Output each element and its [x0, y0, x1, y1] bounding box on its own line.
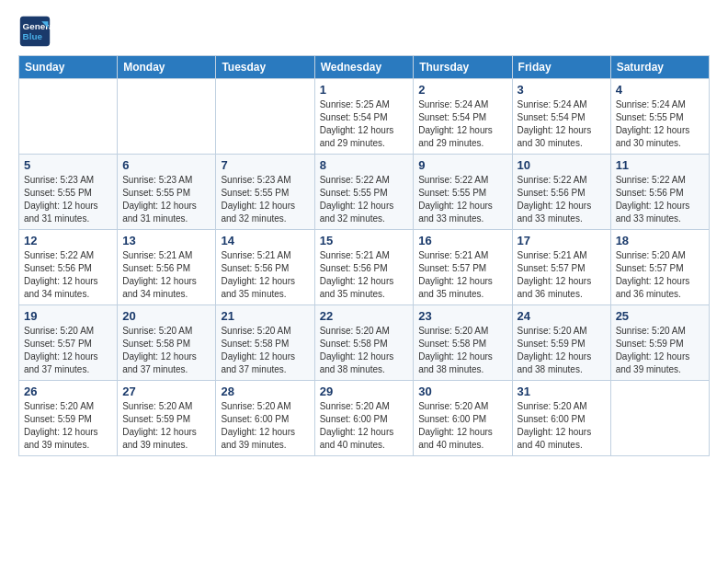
day-info: Sunrise: 5:20 AM Sunset: 5:58 PM Dayligh… — [418, 325, 506, 376]
day-number: 1 — [320, 83, 409, 97]
day-number: 11 — [616, 158, 704, 172]
day-info: Sunrise: 5:21 AM Sunset: 5:57 PM Dayligh… — [418, 249, 506, 301]
calendar: SundayMondayTuesdayWednesdayThursdayFrid… — [18, 55, 710, 456]
day-number: 6 — [122, 158, 210, 172]
day-info: Sunrise: 5:24 AM Sunset: 5:54 PM Dayligh… — [518, 98, 606, 150]
day-info: Sunrise: 5:21 AM Sunset: 5:56 PM Dayligh… — [221, 249, 309, 301]
day-info: Sunrise: 5:24 AM Sunset: 5:55 PM Dayligh… — [616, 98, 704, 150]
day-info: Sunrise: 5:20 AM Sunset: 5:58 PM Dayligh… — [320, 325, 409, 376]
day-info: Sunrise: 5:20 AM Sunset: 5:57 PM Dayligh… — [24, 325, 112, 376]
calendar-cell — [216, 79, 314, 155]
day-number: 26 — [24, 385, 112, 398]
day-number: 25 — [616, 309, 704, 323]
day-info: Sunrise: 5:23 AM Sunset: 5:55 PM Dayligh… — [221, 174, 309, 225]
calendar-cell: 10Sunrise: 5:22 AM Sunset: 5:56 PM Dayli… — [512, 155, 610, 230]
day-info: Sunrise: 5:23 AM Sunset: 5:55 PM Dayligh… — [24, 174, 112, 225]
calendar-cell: 26Sunrise: 5:20 AM Sunset: 5:59 PM Dayli… — [19, 381, 118, 456]
calendar-cell: 21Sunrise: 5:20 AM Sunset: 5:58 PM Dayli… — [216, 305, 314, 381]
week-row-1: 1Sunrise: 5:25 AM Sunset: 5:54 PM Daylig… — [19, 79, 710, 155]
calendar-cell: 14Sunrise: 5:21 AM Sunset: 5:56 PM Dayli… — [216, 230, 314, 305]
day-info: Sunrise: 5:22 AM Sunset: 5:55 PM Dayligh… — [418, 174, 506, 225]
calendar-cell: 30Sunrise: 5:20 AM Sunset: 6:00 PM Dayli… — [414, 381, 512, 456]
calendar-cell: 24Sunrise: 5:20 AM Sunset: 5:59 PM Dayli… — [512, 305, 610, 381]
calendar-cell: 17Sunrise: 5:21 AM Sunset: 5:57 PM Dayli… — [512, 230, 610, 305]
day-number: 31 — [518, 385, 606, 398]
day-info: Sunrise: 5:20 AM Sunset: 5:58 PM Dayligh… — [122, 325, 210, 376]
calendar-cell: 23Sunrise: 5:20 AM Sunset: 5:58 PM Dayli… — [414, 305, 512, 381]
day-info: Sunrise: 5:22 AM Sunset: 5:56 PM Dayligh… — [518, 174, 606, 225]
day-info: Sunrise: 5:21 AM Sunset: 5:56 PM Dayligh… — [320, 249, 409, 301]
weekday-saturday: Saturday — [610, 56, 709, 79]
day-number: 14 — [221, 234, 309, 247]
day-number: 15 — [320, 234, 409, 247]
week-row-2: 5Sunrise: 5:23 AM Sunset: 5:55 PM Daylig… — [19, 155, 710, 230]
calendar-cell: 16Sunrise: 5:21 AM Sunset: 5:57 PM Dayli… — [414, 230, 512, 305]
day-info: Sunrise: 5:22 AM Sunset: 5:56 PM Dayligh… — [24, 249, 112, 301]
calendar-cell: 31Sunrise: 5:20 AM Sunset: 6:00 PM Dayli… — [512, 381, 610, 456]
calendar-cell: 25Sunrise: 5:20 AM Sunset: 5:59 PM Dayli… — [610, 305, 709, 381]
day-number: 19 — [24, 309, 112, 323]
day-number: 9 — [418, 158, 506, 172]
weekday-tuesday: Tuesday — [216, 56, 314, 79]
calendar-body: 1Sunrise: 5:25 AM Sunset: 5:54 PM Daylig… — [19, 79, 710, 456]
day-info: Sunrise: 5:20 AM Sunset: 6:00 PM Dayligh… — [320, 400, 409, 452]
day-number: 28 — [221, 385, 309, 398]
day-info: Sunrise: 5:22 AM Sunset: 5:55 PM Dayligh… — [320, 174, 409, 225]
day-number: 21 — [221, 309, 309, 323]
calendar-cell: 7Sunrise: 5:23 AM Sunset: 5:55 PM Daylig… — [216, 155, 314, 230]
calendar-cell: 8Sunrise: 5:22 AM Sunset: 5:55 PM Daylig… — [314, 155, 414, 230]
day-number: 7 — [221, 158, 309, 172]
calendar-cell: 22Sunrise: 5:20 AM Sunset: 5:58 PM Dayli… — [314, 305, 414, 381]
calendar-cell: 15Sunrise: 5:21 AM Sunset: 5:56 PM Dayli… — [314, 230, 414, 305]
day-number: 5 — [24, 158, 112, 172]
day-info: Sunrise: 5:20 AM Sunset: 5:59 PM Dayligh… — [122, 400, 210, 452]
day-info: Sunrise: 5:23 AM Sunset: 5:55 PM Dayligh… — [122, 174, 210, 225]
calendar-cell: 9Sunrise: 5:22 AM Sunset: 5:55 PM Daylig… — [414, 155, 512, 230]
day-number: 13 — [122, 234, 210, 247]
calendar-cell: 3Sunrise: 5:24 AM Sunset: 5:54 PM Daylig… — [512, 79, 610, 155]
day-info: Sunrise: 5:20 AM Sunset: 5:59 PM Dayligh… — [24, 400, 112, 452]
day-number: 2 — [418, 83, 506, 97]
calendar-cell: 13Sunrise: 5:21 AM Sunset: 5:56 PM Dayli… — [118, 230, 216, 305]
day-number: 20 — [122, 309, 210, 323]
calendar-cell: 2Sunrise: 5:24 AM Sunset: 5:54 PM Daylig… — [414, 79, 512, 155]
day-info: Sunrise: 5:20 AM Sunset: 5:59 PM Dayligh… — [616, 325, 704, 376]
week-row-4: 19Sunrise: 5:20 AM Sunset: 5:57 PM Dayli… — [19, 305, 710, 381]
weekday-thursday: Thursday — [414, 56, 512, 79]
day-number: 29 — [320, 385, 409, 398]
calendar-cell: 18Sunrise: 5:20 AM Sunset: 5:57 PM Dayli… — [610, 230, 709, 305]
calendar-cell — [610, 381, 709, 456]
day-number: 10 — [518, 158, 606, 172]
day-info: Sunrise: 5:21 AM Sunset: 5:57 PM Dayligh… — [518, 249, 606, 301]
calendar-cell: 19Sunrise: 5:20 AM Sunset: 5:57 PM Dayli… — [19, 305, 118, 381]
calendar-cell: 29Sunrise: 5:20 AM Sunset: 6:00 PM Dayli… — [314, 381, 414, 456]
day-number: 23 — [418, 309, 506, 323]
calendar-cell: 20Sunrise: 5:20 AM Sunset: 5:58 PM Dayli… — [118, 305, 216, 381]
day-number: 17 — [518, 234, 606, 247]
weekday-sunday: Sunday — [19, 56, 118, 79]
day-info: Sunrise: 5:20 AM Sunset: 5:58 PM Dayligh… — [221, 325, 309, 376]
week-row-5: 26Sunrise: 5:20 AM Sunset: 5:59 PM Dayli… — [19, 381, 710, 456]
calendar-cell: 5Sunrise: 5:23 AM Sunset: 5:55 PM Daylig… — [19, 155, 118, 230]
calendar-cell — [19, 79, 118, 155]
day-info: Sunrise: 5:20 AM Sunset: 6:00 PM Dayligh… — [221, 400, 309, 452]
weekday-monday: Monday — [118, 56, 216, 79]
day-number: 4 — [616, 83, 704, 97]
calendar-cell: 6Sunrise: 5:23 AM Sunset: 5:55 PM Daylig… — [118, 155, 216, 230]
day-number: 24 — [518, 309, 606, 323]
calendar-cell: 11Sunrise: 5:22 AM Sunset: 5:56 PM Dayli… — [610, 155, 709, 230]
day-info: Sunrise: 5:20 AM Sunset: 6:00 PM Dayligh… — [518, 400, 606, 452]
day-number: 30 — [418, 385, 506, 398]
calendar-cell: 4Sunrise: 5:24 AM Sunset: 5:55 PM Daylig… — [610, 79, 709, 155]
day-info: Sunrise: 5:25 AM Sunset: 5:54 PM Dayligh… — [320, 98, 409, 150]
day-number: 22 — [320, 309, 409, 323]
calendar-cell — [118, 79, 216, 155]
day-info: Sunrise: 5:20 AM Sunset: 5:57 PM Dayligh… — [616, 249, 704, 301]
day-info: Sunrise: 5:20 AM Sunset: 6:00 PM Dayligh… — [418, 400, 506, 452]
weekday-header: SundayMondayTuesdayWednesdayThursdayFrid… — [19, 56, 710, 79]
day-number: 18 — [616, 234, 704, 247]
weekday-wednesday: Wednesday — [314, 56, 414, 79]
day-number: 8 — [320, 158, 409, 172]
svg-text:Blue: Blue — [23, 31, 43, 41]
logo: General Blue — [18, 15, 57, 48]
